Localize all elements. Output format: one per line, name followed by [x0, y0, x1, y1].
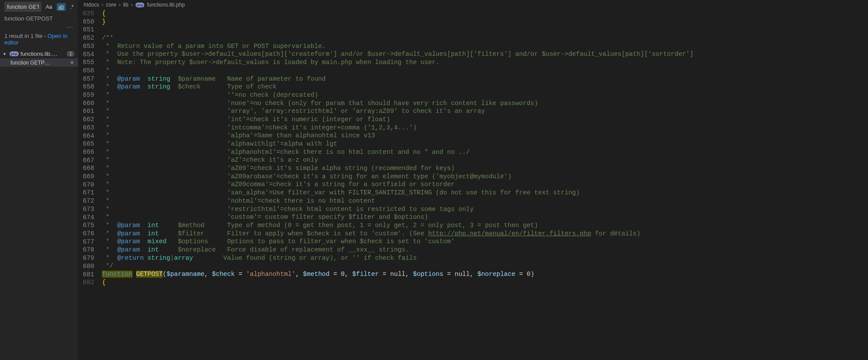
breadcrumb-segment[interactable]: lib — [123, 2, 129, 8]
results-count-text: 1 result in 1 file - — [4, 33, 47, 39]
search-sidebar: Aa ab .* function GETPOST ··· 1 result i… — [0, 0, 78, 360]
whole-word-button[interactable]: ab — [57, 3, 66, 11]
code-content[interactable]: {}/** * Return value of a param into GET… — [102, 10, 868, 360]
search-result-match[interactable]: function GETP… × — [0, 58, 78, 67]
line-number-gutter: 6356506516526536546556566576586596606616… — [78, 10, 102, 360]
breadcrumbs[interactable]: htdocs › core › lib › php functions.lib.… — [78, 0, 868, 10]
match-text: function GETP… — [10, 60, 68, 66]
search-header: Aa ab .* — [0, 0, 78, 14]
breadcrumb-segment[interactable]: htdocs — [84, 2, 99, 8]
editor-pane: htdocs › core › lib › php functions.lib.… — [78, 0, 868, 360]
search-input[interactable] — [4, 2, 41, 12]
match-count-badge: 1 — [67, 51, 75, 57]
breadcrumb-segment[interactable]: core — [106, 2, 116, 8]
breadcrumb-segment[interactable]: functions.lib.php — [147, 2, 185, 8]
regex-button[interactable]: .* — [68, 3, 75, 11]
php-file-icon: php — [10, 51, 19, 56]
search-more-options[interactable]: ··· — [0, 24, 78, 31]
search-result-summary: 1 result in 1 file - Open in editor — [0, 31, 78, 49]
chevron-right-icon: › — [119, 2, 121, 8]
search-term-display: function GETPOST — [0, 14, 78, 24]
search-result-file[interactable]: ▾ php functions.lib.… 1 — [0, 49, 78, 58]
match-case-button[interactable]: Aa — [44, 3, 54, 11]
dismiss-match-icon[interactable]: × — [68, 59, 75, 66]
chevron-down-icon: ▾ — [3, 51, 8, 56]
chevron-right-icon: › — [102, 2, 103, 8]
php-file-icon: php — [136, 3, 145, 7]
chevron-right-icon: › — [131, 2, 133, 8]
file-name-label: functions.lib.… — [20, 51, 65, 57]
code-area[interactable]: 6356506516526536546556566576586596606616… — [78, 10, 868, 360]
